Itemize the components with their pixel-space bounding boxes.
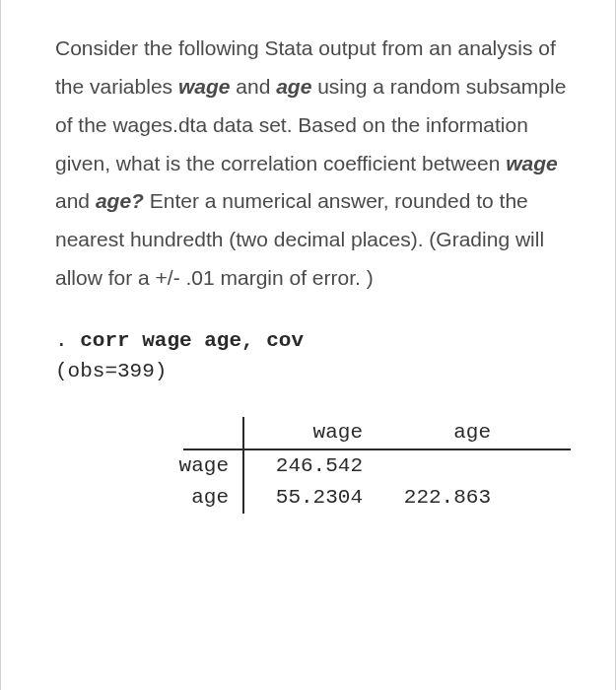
stata-command-line: . corr wage age, cov [55, 325, 571, 357]
table-row: age 55.2304 222.863 [124, 482, 571, 514]
var-wage-2: wage [506, 152, 558, 174]
table-row: wage 246.542 [124, 450, 571, 482]
header-age: age [373, 417, 501, 448]
var-age-2: age? [96, 189, 144, 212]
stata-output: . corr wage age, cov (obs=399) wage age … [55, 325, 571, 514]
stata-prompt: . [55, 329, 80, 352]
row-label-wage: wage [124, 450, 242, 482]
var-wage-1: wage [178, 75, 231, 98]
q-text-b: and [230, 75, 276, 98]
row-label-age: age [124, 482, 242, 514]
header-wage: wage [244, 417, 373, 448]
covariance-table: wage age wage 246.542 age 55.2304 222.86… [124, 417, 571, 514]
cell-wage-wage: 246.542 [244, 450, 373, 482]
cell-age-age: 222.863 [373, 482, 501, 514]
stata-obs: (obs=399) [55, 356, 571, 387]
term-corrcoef: correlation coefficient [221, 152, 416, 174]
q-text-f: and [55, 189, 96, 212]
question-text: Consider the following Stata output from… [55, 30, 571, 298]
dataset-name: wages.dta [112, 113, 207, 136]
var-age-1: age [276, 75, 311, 98]
cell-age-wage: 55.2304 [244, 482, 373, 514]
stata-command: corr wage age, cov [80, 329, 304, 352]
q-text-e: between [416, 152, 506, 174]
table-header-row: wage age [124, 417, 571, 448]
